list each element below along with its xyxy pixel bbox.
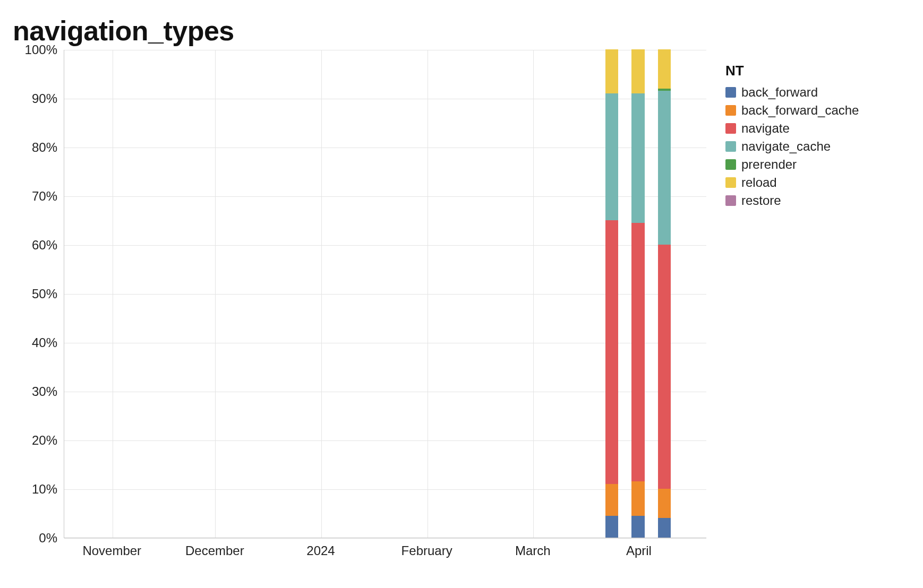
y-tick-label: 40%: [32, 335, 57, 350]
legend-item-navigate[interactable]: navigate: [725, 119, 859, 137]
legend-swatch: [725, 159, 736, 170]
chart-area: 0%10%20%30%40%50%60%70%80%90%100% Novemb…: [13, 50, 706, 538]
y-tick-label: 100%: [25, 42, 57, 57]
bar-segment-back_forward: [631, 516, 644, 538]
legend-label: navigate_cache: [741, 137, 831, 155]
stacked-bar: [631, 49, 644, 538]
legend-item-restore[interactable]: restore: [725, 192, 859, 210]
y-tick-label: 90%: [32, 91, 57, 106]
legend: NT back_forwardback_forward_cachenavigat…: [725, 63, 859, 210]
bar-segment-reload: [631, 49, 644, 93]
legend-items: back_forwardback_forward_cachenavigatena…: [725, 83, 859, 210]
bar-segment-back_forward_cache: [658, 489, 671, 518]
y-tick-label: 50%: [32, 287, 57, 301]
bar-segment-back_forward_cache: [605, 484, 618, 516]
legend-item-back_forward_cache[interactable]: back_forward_cache: [725, 101, 859, 119]
legend-swatch: [725, 141, 736, 152]
y-tick-label: 60%: [32, 238, 57, 253]
bar-segment-navigate: [605, 220, 618, 484]
bar-segment-navigate_cache: [631, 93, 644, 223]
legend-swatch: [725, 105, 736, 116]
bar-segment-reload: [605, 49, 618, 93]
legend-label: reload: [741, 174, 777, 192]
stacked-bar: [605, 49, 618, 538]
x-axis-ticks: NovemberDecember2024FebruaryMarchApril: [64, 538, 706, 560]
stacked-bars: [64, 50, 706, 538]
bar-segment-navigate: [658, 245, 671, 489]
y-tick-label: 80%: [32, 140, 57, 155]
legend-item-reload[interactable]: reload: [725, 174, 859, 192]
legend-label: back_forward: [741, 83, 818, 101]
bar-segment-back_forward_cache: [631, 481, 644, 515]
bar-segment-back_forward: [605, 516, 618, 538]
bar-segment-navigate: [631, 223, 644, 482]
y-tick-label: 30%: [32, 384, 57, 399]
legend-label: navigate: [741, 119, 790, 137]
x-tick-label: February: [401, 543, 452, 558]
legend-label: prerender: [741, 155, 797, 174]
bar-segment-reload: [658, 49, 671, 89]
plot-area: [64, 50, 706, 538]
x-tick-label: December: [185, 543, 244, 558]
legend-title: NT: [725, 63, 859, 79]
legend-item-back_forward[interactable]: back_forward: [725, 83, 859, 101]
legend-swatch: [725, 123, 736, 134]
legend-swatch: [725, 177, 736, 188]
chart-title: navigation_types: [13, 15, 910, 47]
legend-item-prerender[interactable]: prerender: [725, 155, 859, 174]
legend-label: restore: [741, 192, 781, 210]
y-tick-label: 70%: [32, 189, 57, 204]
bar-segment-navigate_cache: [605, 93, 618, 220]
legend-swatch: [725, 87, 736, 98]
x-tick-label: 2024: [306, 543, 335, 558]
x-tick-label: April: [626, 543, 652, 558]
y-tick-label: 0%: [39, 531, 57, 546]
y-tick-label: 20%: [32, 433, 57, 448]
bar-segment-back_forward: [658, 518, 671, 538]
legend-label: back_forward_cache: [741, 101, 859, 119]
x-tick-label: November: [82, 543, 141, 558]
y-tick-label: 10%: [32, 482, 57, 497]
legend-swatch: [725, 195, 736, 206]
x-tick-label: March: [515, 543, 551, 558]
legend-item-navigate_cache[interactable]: navigate_cache: [725, 137, 859, 155]
stacked-bar: [658, 49, 671, 538]
bar-segment-navigate_cache: [658, 91, 671, 245]
